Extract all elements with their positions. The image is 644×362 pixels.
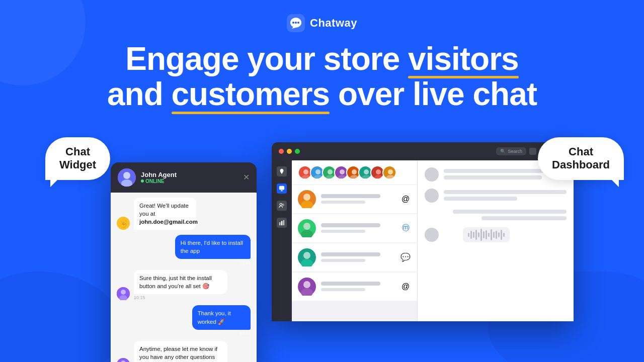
svg-point-2 bbox=[292, 22, 294, 24]
message-time2: 10:15 bbox=[239, 331, 251, 336]
sidebar-icon-users[interactable] bbox=[277, 201, 287, 211]
wave-bar bbox=[493, 232, 495, 238]
svg-point-36 bbox=[364, 169, 369, 174]
traffic-lights bbox=[279, 149, 300, 154]
message-row-user: Hi there, I'd like to install the app 10… bbox=[117, 235, 251, 265]
headline-visitors-highlight: visitors bbox=[408, 41, 519, 76]
wave-bar bbox=[503, 233, 505, 237]
message-content-user2: Thank you, it worked 🚀 10:15 bbox=[178, 305, 251, 335]
search-label: Search bbox=[508, 149, 522, 154]
voice-waveform bbox=[463, 227, 510, 242]
conversation-item-2[interactable]: ⓜ bbox=[292, 214, 417, 243]
svg-point-9 bbox=[121, 290, 126, 295]
top-avatars-row bbox=[292, 160, 417, 185]
sidebar-icon-stats[interactable] bbox=[277, 218, 287, 228]
conv-name-bar-3 bbox=[321, 252, 380, 256]
svg-point-54 bbox=[303, 281, 310, 288]
message-bubble-user2: Thank you, it worked 🚀 bbox=[192, 305, 251, 329]
conv-msg-bar-3 bbox=[321, 259, 365, 262]
widget-header: John Agent ONLINE ✕ bbox=[111, 162, 257, 193]
conv-avatar-4 bbox=[298, 278, 316, 296]
conv-avatar-1 bbox=[298, 190, 316, 208]
wave-bar bbox=[475, 230, 477, 240]
conversation-item-3[interactable]: 💬 bbox=[292, 243, 417, 272]
wave-bar bbox=[468, 233, 469, 237]
toolbar-icon-1[interactable] bbox=[529, 148, 536, 155]
widget-messages: 🤘 Great! We'll update you atjohn.doe@gma… bbox=[111, 193, 257, 362]
conversation-list: @ ⓜ bbox=[292, 160, 418, 321]
wave-bar bbox=[501, 230, 502, 240]
rp-line bbox=[444, 175, 542, 179]
svg-point-16 bbox=[282, 204, 284, 206]
right-panel-row-4 bbox=[425, 227, 567, 242]
traffic-light-green[interactable] bbox=[295, 149, 300, 154]
right-panel-row-2 bbox=[425, 189, 567, 203]
right-panel bbox=[418, 160, 574, 321]
wave-bar bbox=[478, 232, 479, 237]
rp-line bbox=[481, 216, 567, 220]
agent-status: ONLINE bbox=[141, 178, 177, 184]
conversation-item-4[interactable]: @ bbox=[292, 273, 417, 301]
message-time-agent: 10:15 bbox=[134, 295, 251, 300]
traffic-light-yellow[interactable] bbox=[287, 149, 292, 154]
message-content-agent-reply: Sure thing, just hit the install button … bbox=[134, 270, 251, 300]
sidebar-icon-apple[interactable] bbox=[277, 166, 287, 176]
svg-point-30 bbox=[340, 169, 345, 174]
conv-text-1 bbox=[321, 194, 395, 204]
wave-bar bbox=[480, 229, 482, 241]
message-content: Great! We'll update you atjohn.doe@gmail… bbox=[134, 198, 211, 230]
conv-badge-4: @ bbox=[400, 281, 411, 292]
conv-badge-1: @ bbox=[400, 194, 411, 205]
wave-bar bbox=[483, 231, 485, 238]
sidebar-icon-chat[interactable] bbox=[277, 184, 287, 194]
dashboard-sidebar bbox=[272, 160, 292, 321]
message-row-agent-reply: Sure thing, just hit the install button … bbox=[117, 270, 251, 300]
message-avatar-agent2 bbox=[117, 358, 130, 362]
message-avatar-agent bbox=[117, 287, 130, 300]
screenshots-section: Chat Widget Chat Dashboard bbox=[0, 142, 644, 362]
agent-name: John Agent bbox=[141, 171, 177, 178]
svg-point-24 bbox=[315, 169, 320, 174]
rp-avatar-3 bbox=[425, 228, 439, 242]
status-dot bbox=[141, 179, 144, 183]
conv-name-bar-2 bbox=[321, 223, 380, 227]
rp-avatar-1 bbox=[425, 167, 439, 182]
svg-rect-17 bbox=[279, 222, 281, 225]
message-bubble-reply: Sure thing, just hit the install button … bbox=[134, 270, 227, 294]
svg-point-45 bbox=[303, 194, 310, 201]
search-icon: 🔍 bbox=[500, 149, 506, 154]
rp-lines-3 bbox=[425, 210, 567, 220]
svg-rect-18 bbox=[281, 221, 283, 225]
message-row-agent-reply2: Anytime, please let me know if you have … bbox=[117, 341, 251, 362]
svg-point-6 bbox=[123, 172, 130, 179]
message-bubble-agent: Great! We'll update you atjohn.doe@gmail… bbox=[134, 198, 196, 230]
wave-bar bbox=[473, 232, 474, 238]
svg-point-42 bbox=[388, 169, 393, 174]
rp-line bbox=[444, 197, 517, 201]
svg-rect-14 bbox=[279, 186, 284, 190]
headline-line1-prefix: Engage your store bbox=[125, 41, 408, 77]
message-content-user: Hi there, I'd like to install the app 10… bbox=[156, 235, 251, 265]
wave-bar bbox=[491, 229, 492, 240]
conv-text-4 bbox=[321, 282, 395, 291]
search-bar[interactable]: 🔍 Search bbox=[496, 147, 526, 155]
chat-widget-callout-text: Chat Widget bbox=[59, 145, 96, 172]
wave-bar bbox=[470, 231, 472, 239]
conversation-item-1[interactable]: @ bbox=[292, 185, 417, 214]
headline-line2-suffix: over live chat bbox=[330, 76, 537, 112]
agent-name-status: John Agent ONLINE bbox=[141, 171, 177, 184]
chat-widget-screenshot: John Agent ONLINE ✕ 🤘 Great! We'll updat… bbox=[111, 162, 257, 362]
conv-msg-bar bbox=[321, 201, 365, 204]
chat-widget-callout: Chat Widget bbox=[45, 137, 110, 180]
conv-badge-3: 💬 bbox=[400, 252, 411, 263]
traffic-light-red[interactable] bbox=[279, 149, 284, 154]
wave-bar bbox=[496, 231, 497, 239]
wave-bar bbox=[498, 232, 500, 237]
conv-msg-bar-2 bbox=[321, 230, 365, 233]
agent-avatar bbox=[118, 168, 136, 187]
svg-point-27 bbox=[328, 169, 333, 174]
close-icon[interactable]: ✕ bbox=[243, 172, 250, 182]
top-avatar-8 bbox=[382, 165, 396, 179]
chatway-logo-icon bbox=[287, 14, 305, 32]
svg-point-4 bbox=[297, 22, 299, 24]
